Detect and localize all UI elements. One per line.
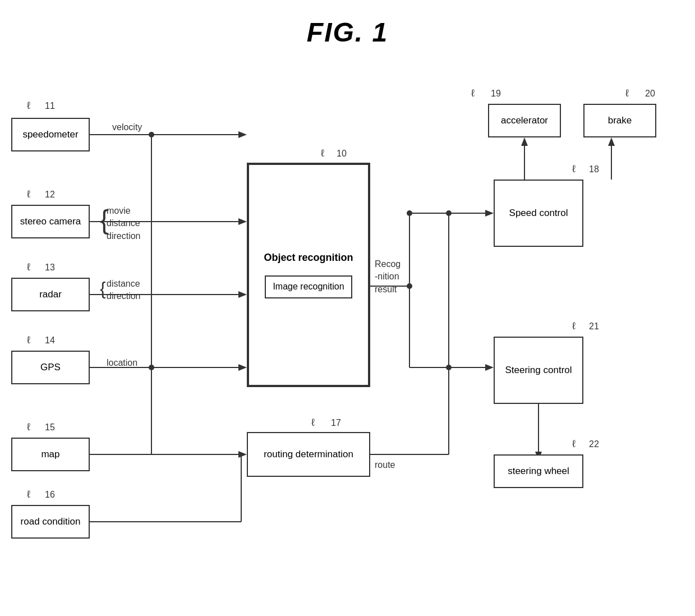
- gps-box: GPS: [11, 351, 90, 384]
- road-condition-ref: 16: [45, 490, 55, 500]
- speedometer-label: speedometer: [22, 128, 78, 141]
- junction-main1: [407, 283, 412, 289]
- gps-label: GPS: [40, 361, 61, 374]
- brake-box: brake: [583, 104, 656, 137]
- road-condition-label: road condition: [21, 516, 81, 528]
- radar-ref: 13: [45, 263, 55, 273]
- page-title: FIG. 1: [0, 0, 695, 48]
- speed-control-ref: 18: [589, 164, 599, 174]
- svg-marker-11: [238, 364, 247, 371]
- road-condition-box: road condition: [11, 505, 90, 539]
- routing-ref: 17: [331, 418, 341, 428]
- svg-marker-21: [485, 210, 494, 217]
- steering-wheel-box: steering wheel: [494, 454, 583, 488]
- squiggle-19: ℓ: [471, 88, 475, 99]
- squiggle-18: ℓ: [572, 163, 576, 175]
- squiggle-12: ℓ: [27, 189, 30, 200]
- velocity-label: velocity: [112, 122, 142, 132]
- brace-stereo: {: [100, 206, 109, 233]
- squiggle-11: ℓ: [27, 100, 30, 112]
- svg-marker-5: [238, 218, 247, 225]
- recognition-ref: 10: [337, 149, 347, 159]
- radar-label: radar: [39, 288, 62, 301]
- svg-marker-32: [608, 137, 615, 146]
- steering-control-box: Steering control: [494, 337, 583, 404]
- svg-marker-14: [238, 451, 247, 458]
- junction-route: [446, 210, 452, 216]
- radar-box: radar: [11, 278, 90, 311]
- brake-ref: 20: [645, 89, 655, 99]
- squiggle-17: ℓ: [311, 417, 315, 429]
- squiggle-22: ℓ: [572, 438, 576, 450]
- junction-gps: [149, 365, 154, 370]
- squiggle-10: ℓ: [321, 148, 324, 159]
- svg-marker-30: [521, 137, 528, 146]
- squiggle-20: ℓ: [625, 88, 629, 99]
- routing-label: routing determination: [264, 448, 353, 461]
- stereo-camera-label: stereo camera: [20, 215, 81, 228]
- speed-control-box: Speed control: [494, 180, 583, 247]
- speed-control-label: Speed control: [509, 207, 568, 219]
- squiggle-14: ℓ: [27, 334, 30, 346]
- gps-ref: 14: [45, 335, 55, 346]
- steering-wheel-ref: 22: [589, 439, 599, 449]
- squiggle-15: ℓ: [27, 421, 30, 433]
- junction-speed: [407, 210, 412, 216]
- squiggle-16: ℓ: [27, 489, 30, 500]
- movie-distance-direction-label: moviedistancedirection: [107, 205, 140, 242]
- map-ref: 15: [45, 422, 55, 433]
- routing-box: routing determination: [247, 432, 370, 477]
- stereo-camera-box: stereo camera: [11, 205, 90, 238]
- svg-marker-3: [238, 131, 247, 138]
- svg-marker-24: [485, 364, 494, 371]
- junction-route2: [446, 365, 452, 370]
- steering-control-ref: 21: [589, 321, 599, 332]
- brace-radar: {: [100, 279, 106, 297]
- steering-control-label: Steering control: [505, 364, 572, 376]
- accelerator-label: accelerator: [501, 114, 548, 127]
- route-label: route: [375, 460, 395, 470]
- stereo-camera-ref: 12: [45, 190, 55, 200]
- accelerator-ref: 19: [491, 89, 501, 99]
- distance-direction-label: distancedirection: [107, 278, 140, 303]
- image-recognition-box: Image recognition: [265, 275, 352, 298]
- squiggle-21: ℓ: [572, 320, 576, 332]
- steering-wheel-label: steering wheel: [508, 465, 569, 477]
- map-label: map: [41, 448, 59, 461]
- location-label: location: [107, 358, 137, 368]
- junction-velocity: [149, 132, 154, 137]
- map-box: map: [11, 438, 90, 471]
- speedometer-ref: 11: [45, 101, 55, 111]
- object-recognition-label: Object recognition: [264, 251, 353, 264]
- speedometer-box: speedometer: [11, 118, 90, 151]
- svg-marker-7: [238, 291, 247, 298]
- squiggle-13: ℓ: [27, 261, 30, 273]
- recognition-box: Object recognition Image recognition: [247, 163, 370, 387]
- recognition-result-label: Recog-nitionresult: [375, 258, 401, 296]
- accelerator-box: accelerator: [488, 104, 561, 137]
- brake-label: brake: [608, 114, 632, 127]
